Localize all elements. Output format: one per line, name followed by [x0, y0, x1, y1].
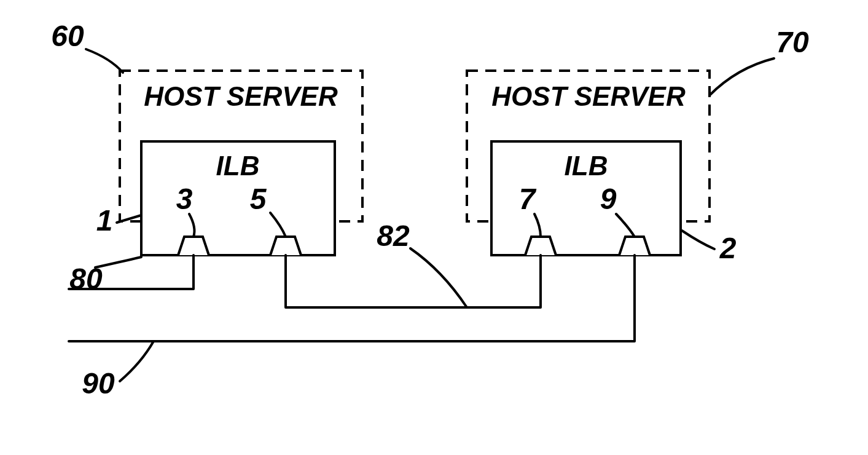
ilb-left-label: ILB — [216, 151, 260, 181]
label-9: 9 — [600, 183, 617, 215]
leader-90 — [120, 341, 154, 381]
label-5: 5 — [250, 183, 267, 215]
port-7-shape — [525, 237, 556, 255]
label-7: 7 — [519, 183, 537, 215]
label-3: 3 — [176, 183, 193, 215]
wire-82 — [286, 255, 541, 307]
port-5-shape — [270, 237, 301, 255]
ilb-right-label: ILB — [565, 151, 608, 181]
host-server-right-title: HOST SERVER — [491, 81, 686, 111]
label-2: 2 — [719, 232, 737, 264]
label-90: 90 — [82, 367, 115, 400]
leader-70 — [710, 58, 774, 95]
leader-2 — [682, 231, 714, 249]
diagram-canvas: HOST SERVER HOST SERVER ILB ILB 60 70 1 … — [0, 0, 868, 455]
label-1: 1 — [96, 204, 113, 237]
label-60: 60 — [51, 20, 84, 52]
label-82: 82 — [377, 220, 410, 252]
port-9-shape — [619, 237, 650, 255]
leader-60 — [86, 49, 123, 73]
label-70: 70 — [776, 26, 809, 58]
leader-82 — [410, 248, 467, 307]
host-server-left-title: HOST SERVER — [144, 81, 338, 111]
wire-90 — [69, 255, 635, 341]
port-3-shape — [178, 237, 209, 255]
